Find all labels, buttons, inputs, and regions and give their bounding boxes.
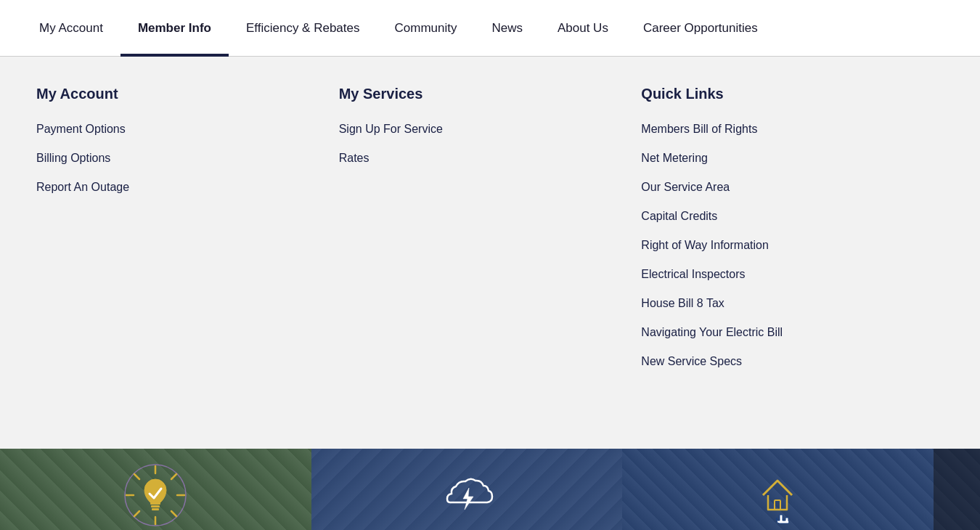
dropdown-link-sign-up-service[interactable]: Sign Up For Service — [339, 123, 620, 136]
svg-line-6 — [171, 511, 176, 516]
strip-segment-4 — [934, 449, 980, 530]
navigation-bar: My AccountMember InfoEfficiency & Rebate… — [0, 0, 980, 57]
dropdown-link-capital-credits[interactable]: Capital Credits — [641, 210, 922, 223]
nav-item-member-info[interactable]: Member Info — [121, 0, 229, 57]
bulb-icon — [123, 462, 188, 528]
svg-rect-11 — [152, 508, 159, 510]
svg-line-5 — [134, 474, 139, 479]
nav-item-community[interactable]: Community — [377, 0, 474, 57]
svg-rect-10 — [151, 505, 160, 507]
nav-item-about-us[interactable]: About Us — [540, 0, 626, 57]
column-title-quick-links-col: Quick Links — [641, 86, 922, 102]
image-strip — [0, 449, 980, 530]
cloud-lightning-icon — [434, 462, 499, 528]
svg-rect-9 — [150, 502, 160, 505]
nav-item-news[interactable]: News — [474, 0, 540, 57]
dropdown-column-my-services-col: My ServicesSign Up For ServiceRates — [339, 86, 642, 412]
dropdown-link-members-bill-rights[interactable]: Members Bill of Rights — [641, 123, 922, 136]
strip-segment-2[interactable] — [311, 449, 623, 530]
dropdown-link-service-area[interactable]: Our Service Area — [641, 181, 922, 194]
strip-segment-3[interactable] — [622, 449, 934, 530]
nav-item-efficiency-rebates[interactable]: Efficiency & Rebates — [229, 0, 377, 57]
dropdown-link-net-metering[interactable]: Net Metering — [641, 152, 922, 165]
svg-line-7 — [171, 474, 176, 479]
dropdown-column-my-account-col: My AccountPayment OptionsBilling Options… — [36, 86, 339, 412]
column-title-my-account-col: My Account — [36, 86, 317, 102]
dropdown-link-payment-options[interactable]: Payment Options — [36, 123, 317, 136]
dropdown-column-quick-links-col: Quick LinksMembers Bill of RightsNet Met… — [641, 86, 944, 412]
svg-line-8 — [134, 511, 139, 516]
dropdown-link-rates[interactable]: Rates — [339, 152, 620, 165]
dropdown-link-electrical-inspectors[interactable]: Electrical Inspectors — [641, 268, 922, 281]
column-title-my-services-col: My Services — [339, 86, 620, 102]
dropdown-link-new-service-specs[interactable]: New Service Specs — [641, 355, 922, 368]
house-hand-icon — [745, 462, 810, 528]
dropdown-panel: My AccountPayment OptionsBilling Options… — [0, 57, 980, 449]
dropdown-link-report-outage[interactable]: Report An Outage — [36, 181, 317, 194]
strip-segment-1[interactable] — [0, 449, 311, 530]
nav-item-career-opportunities[interactable]: Career Opportunities — [626, 0, 775, 57]
nav-item-my-account[interactable]: My Account — [22, 0, 121, 57]
dropdown-link-house-bill-8[interactable]: House Bill 8 Tax — [641, 297, 922, 310]
dropdown-link-navigating-electric[interactable]: Navigating Your Electric Bill — [641, 326, 922, 339]
dropdown-link-billing-options[interactable]: Billing Options — [36, 152, 317, 165]
svg-rect-12 — [775, 500, 780, 510]
dropdown-link-right-of-way[interactable]: Right of Way Information — [641, 239, 922, 252]
